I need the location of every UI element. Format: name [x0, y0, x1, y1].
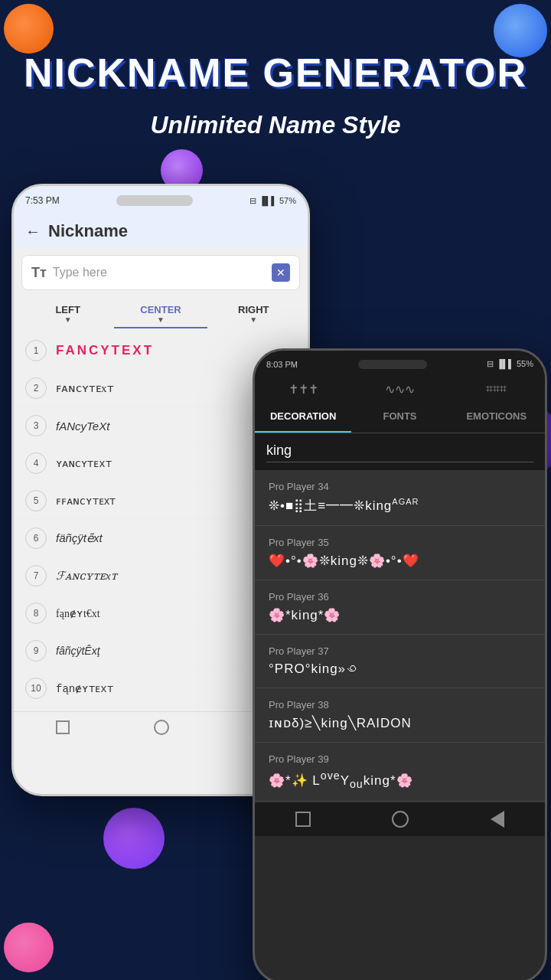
fancy-text-value: ꜰᴀɴᴄʏᴛᴇxᴛ [56, 381, 114, 395]
tab-icons-row: ✝✝✝ ∿∿∿ ⌗⌗⌗ [255, 377, 545, 401]
fancy-text-value: fąnɇʏt€xt [56, 607, 100, 620]
purple-bottom-blob [103, 808, 165, 869]
nav-back-icon-right [491, 811, 504, 828]
nick-card-value: ❊•■⣿土≡━━❊kingAGAR [269, 497, 531, 514]
search-area-right[interactable]: king [255, 433, 545, 470]
nav-square-icon-right [295, 812, 311, 827]
page-title: NICKNAME GENERATOR [0, 50, 551, 96]
nick-card-value: ❤️•°•🌸❊king❊🌸•°•❤️ [269, 553, 531, 569]
fancy-text-value: ꜰꜰᴀɴᴄʏᴛᴇxᴛ [56, 495, 116, 507]
nickname-card[interactable]: Pro Player 39 🌸*✨ LoveYouking*🌸 [255, 743, 545, 802]
fancy-text-value: fANcyTeXt [56, 420, 109, 433]
item-number: 3 [25, 415, 47, 436]
phone-right-mockup: 8:03 PM ⊟ ▐▌▌ 55% ✝✝✝ ∿∿∿ ⌗⌗⌗ DECORATION… [253, 348, 547, 980]
item-number: 7 [25, 565, 47, 586]
tab-right[interactable]: RIGHT ▼ [207, 298, 300, 328]
item-number: 6 [25, 528, 47, 549]
tabs-row: DECORATION FONTS EMOTICONS [255, 401, 545, 433]
fancy-text-value: FANCYTEXT [56, 343, 154, 358]
text-format-icon: Tт [31, 265, 47, 281]
nick-card-title: Pro Player 39 [269, 753, 531, 765]
tab-emoticons[interactable]: EMOTICONS [448, 401, 545, 433]
emoticons-icon: ⌗⌗⌗ [448, 382, 545, 397]
nick-card-title: Pro Player 37 [269, 645, 531, 657]
status-bar-right: 8:03 PM ⊟ ▐▌▌ 55% [255, 351, 545, 377]
nickname-card[interactable]: Pro Player 38 ɪɴᴅδ)≥╲king╲RAIDON [255, 688, 545, 743]
item-number: 5 [25, 490, 47, 511]
nickname-card[interactable]: Pro Player 34 ❊•■⣿土≡━━❊kingAGAR [255, 470, 545, 526]
item-number: 8 [25, 603, 47, 624]
fancy-text-value: ℱᴀɴᴄʏᴛᴇxᴛ [56, 569, 117, 583]
nick-card-value: °PRO°king»꩜ [269, 662, 531, 677]
decoration-icon: ✝✝✝ [255, 382, 351, 397]
tab-decoration[interactable]: DECORATION [255, 401, 351, 433]
page-subtitle: Unlimited Name Style [0, 111, 551, 139]
nick-card-title: Pro Player 36 [269, 591, 531, 603]
item-number: 4 [25, 452, 47, 474]
status-bar-left: 7:53 PM ⊟ ▐▌▌ 57% [14, 186, 308, 215]
fancy-text-value: fâñçÿtÊxţ [56, 645, 100, 657]
search-input-right[interactable]: king [266, 439, 533, 462]
pink-bottom-blob [4, 923, 54, 972]
nick-card-value: ɪɴᴅδ)≥╲king╲RAIDON [269, 715, 531, 731]
status-time-left: 7:53 PM [25, 195, 60, 206]
nick-card-title: Pro Player 35 [269, 537, 531, 548]
nav-square-icon [56, 720, 70, 734]
fonts-icon: ∿∿∿ [351, 382, 448, 397]
orange-blob [4, 4, 54, 54]
item-number: 2 [25, 377, 47, 399]
app-header-left: ← Nickname [14, 215, 308, 247]
item-number: 1 [25, 340, 47, 361]
fancy-text-value: ʏᴀɴᴄʏᴛᴇxᴛ [56, 457, 112, 470]
back-arrow-icon[interactable]: ← [25, 223, 41, 240]
status-icons-left: ⊟ ▐▌▌ 57% [249, 196, 296, 206]
search-bar-left[interactable]: Tт Type here ✕ [21, 255, 300, 290]
nav-circle-icon-right [392, 811, 409, 828]
notch-left [116, 195, 193, 206]
fancy-text-value: fąnɇʏᴛᴇxᴛ [56, 682, 113, 695]
nickname-card[interactable]: Pro Player 35 ❤️•°•🌸❊king❊🌸•°•❤️ [255, 526, 545, 580]
clear-button[interactable]: ✕ [272, 263, 290, 282]
nickname-cards-list: Pro Player 34 ❊•■⣿土≡━━❊kingAGAR Pro Play… [255, 470, 545, 802]
nickname-card[interactable]: Pro Player 36 🌸*king*🌸 [255, 580, 545, 635]
screen-title-left: Nickname [48, 221, 128, 241]
nick-card-title: Pro Player 34 [269, 481, 531, 492]
tab-left[interactable]: LEFT ▼ [21, 298, 114, 328]
item-number: 10 [25, 678, 47, 699]
tab-fonts[interactable]: FONTS [351, 401, 448, 433]
bottom-nav-right [255, 802, 545, 836]
status-icons-right: ⊟ ▐▌▌ 55% [487, 359, 533, 369]
fancy-text-value: fäñçÿtẽxt [56, 531, 103, 545]
align-tabs: LEFT ▼ CENTER ▼ RIGHT ▼ [14, 298, 308, 328]
nick-card-value: 🌸*king*🌸 [269, 607, 531, 623]
item-number: 9 [25, 640, 47, 662]
nav-circle-icon [154, 720, 169, 735]
nickname-card[interactable]: Pro Player 37 °PRO°king»꩜ [255, 635, 545, 688]
nick-card-value: 🌸*✨ LoveYouking*🌸 [269, 769, 531, 790]
notch-right [358, 360, 427, 369]
status-time-right: 8:03 PM [266, 360, 298, 369]
nick-card-title: Pro Player 38 [269, 699, 531, 710]
tab-center[interactable]: CENTER ▼ [114, 298, 207, 328]
search-placeholder-left: Type here [53, 266, 266, 279]
